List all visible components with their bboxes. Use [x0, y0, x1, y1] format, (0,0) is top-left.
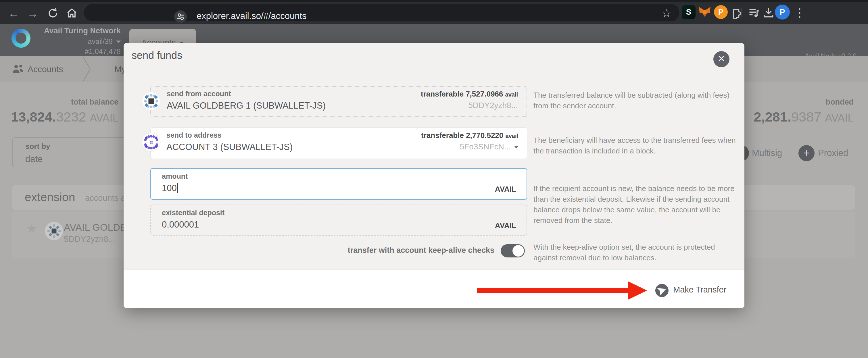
- screen: ← → explorer.avail.so/#/accounts ☆ S P: [0, 0, 868, 358]
- chevron-down-icon: [514, 146, 518, 149]
- close-icon[interactable]: ×: [713, 51, 730, 67]
- metamask-extension-icon[interactable]: [698, 5, 712, 19]
- bookmark-star-icon[interactable]: ☆: [662, 7, 672, 20]
- modal-footer: Make Transfer: [124, 269, 744, 308]
- send-from-value: AVAIL GOLDBERG 1 (SUBWALLET-JS): [167, 101, 326, 111]
- existential-deposit-label: existential deposit: [162, 208, 224, 217]
- chevron-down-icon: [116, 40, 121, 43]
- subwallet-extension-icon[interactable]: S: [682, 5, 695, 19]
- sort-by-dropdown[interactable]: sort by date: [12, 137, 136, 167]
- to-identicon: [142, 132, 161, 153]
- sort-by-label: sort by: [25, 142, 50, 151]
- polkadotjs-extension-icon[interactable]: P: [714, 5, 728, 19]
- block-number: #1,047,478: [34, 47, 121, 56]
- breadcrumb-accounts[interactable]: Accounts: [28, 56, 63, 82]
- browser-back-button[interactable]: ←: [5, 2, 23, 24]
- account-address: 5DDY2yzh8...: [64, 234, 115, 244]
- amount-field[interactable]: amount 100 AVAIL: [150, 168, 527, 200]
- to-balance-info: transferable 2,770.5220 avail 5Fo3SNFcN.…: [383, 131, 518, 152]
- send-from-label: send from account: [167, 90, 231, 98]
- browser-refresh-button[interactable]: [46, 7, 59, 21]
- make-transfer-button[interactable]: Make Transfer: [673, 285, 726, 294]
- browser-profile-avatar[interactable]: P: [775, 5, 790, 20]
- extensions-puzzle-icon[interactable]: [729, 6, 742, 20]
- network-name: Avail Turing Network: [34, 26, 121, 35]
- proxied-add-icon[interactable]: +: [799, 145, 814, 161]
- account-identicon: [44, 221, 64, 242]
- multisig-button[interactable]: Multisig: [752, 145, 782, 161]
- existential-deposit-unit: AVAIL: [495, 221, 516, 230]
- annotation-arrow-head: [628, 281, 647, 300]
- send-to-address-field[interactable]: send to address ACCOUNT 3 (SUBWALLET-JS)…: [150, 127, 527, 159]
- people-icon: [11, 63, 24, 76]
- media-controls-icon[interactable]: [748, 6, 761, 20]
- annotation-arrow: [477, 288, 628, 293]
- breadcrumb-chevron-separator: [83, 56, 91, 83]
- address-bar[interactable]: explorer.avail.so/#/accounts ☆: [84, 4, 679, 21]
- keep-alive-toggle[interactable]: [501, 244, 525, 257]
- total-balance-label: total balance: [0, 98, 118, 107]
- browser-top-edge: [0, 0, 868, 2]
- proxied-button[interactable]: Proxied: [818, 145, 848, 161]
- total-balance: total balance 13,824.3232 AVAIL: [0, 98, 118, 125]
- send-to-value: ACCOUNT 3 (SUBWALLET-JS): [166, 142, 292, 152]
- browser-menu-icon[interactable]: ⋮: [794, 2, 805, 23]
- send-funds-modal: send funds × send from account AVAIL GOL…: [124, 43, 744, 308]
- amount-unit: AVAIL: [495, 185, 516, 194]
- favorite-star-icon[interactable]: ★: [26, 222, 37, 235]
- send-from-account-field[interactable]: send from account AVAIL GOLDBERG 1 (SUBW…: [150, 86, 527, 117]
- browser-toolbar: ← → explorer.avail.so/#/accounts ☆ S P: [0, 0, 868, 24]
- from-balance-info: transferable 7,527.0966 avail 5DDY2yzh8.…: [383, 90, 518, 110]
- keep-alive-toggle-label: transfer with account keep-alive checks: [267, 246, 494, 255]
- amount-input[interactable]: 100: [162, 183, 178, 193]
- section-subtitle: accounts a: [85, 193, 125, 203]
- send-to-label: send to address: [166, 131, 222, 139]
- help-text-existential: If the recipient account is new, the bal…: [533, 183, 736, 226]
- site-info-icon[interactable]: [174, 10, 187, 23]
- amount-label: amount: [162, 172, 188, 181]
- from-address-short: 5DDY2yzh8...: [383, 101, 518, 110]
- bonded-label: bonded: [736, 98, 854, 107]
- help-text-from: The transferred balance will be subtract…: [533, 90, 736, 111]
- help-text-keepalive: With the keep-alive option set, the acco…: [533, 242, 736, 263]
- help-text-to: The beneficiary will have access to the …: [533, 135, 736, 156]
- browser-home-button[interactable]: [65, 7, 78, 21]
- avail-logo[interactable]: [11, 29, 30, 48]
- chain-selector[interactable]: avail/39: [34, 37, 121, 46]
- sort-by-value: date: [25, 154, 42, 164]
- browser-forward-button[interactable]: →: [24, 2, 41, 24]
- modal-title: send funds: [132, 50, 182, 62]
- from-identicon: [142, 91, 161, 112]
- existential-deposit-value: 0.000001: [162, 220, 199, 230]
- toggle-knob: [513, 245, 524, 257]
- bonded-balance: bonded 2,281.9387 AVAIL: [736, 98, 854, 125]
- downloads-icon[interactable]: [762, 6, 775, 20]
- toolbar-separator: [742, 7, 742, 17]
- url-text[interactable]: explorer.avail.so/#/accounts: [196, 11, 307, 21]
- to-address-short[interactable]: 5Fo3SNFcN...: [383, 142, 518, 152]
- network-info[interactable]: Avail Turing Network avail/39 #1,047,478: [34, 26, 121, 56]
- existential-deposit-field: existential deposit 0.000001 AVAIL: [150, 204, 527, 236]
- section-title: extension: [25, 191, 75, 204]
- send-icon[interactable]: [655, 284, 669, 297]
- text-cursor: [177, 183, 178, 193]
